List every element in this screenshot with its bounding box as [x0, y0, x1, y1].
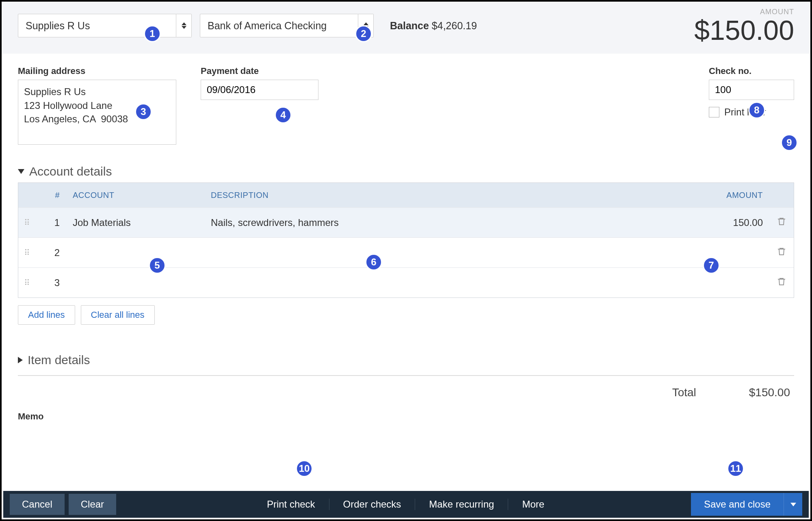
chevron-down-icon: [18, 169, 24, 174]
row-account[interactable]: Job Materials: [67, 217, 205, 228]
col-amount: AMOUNT: [692, 191, 769, 200]
col-account: ACCOUNT: [67, 191, 205, 200]
make-recurring-link[interactable]: Make recurring: [415, 499, 508, 510]
table-row[interactable]: ⠿ 2: [18, 237, 794, 267]
memo-label: Memo: [18, 411, 794, 422]
row-amount[interactable]: 150.00: [692, 217, 769, 228]
annotation-badge: 3: [135, 103, 152, 120]
clear-lines-button[interactable]: Clear all lines: [81, 305, 155, 325]
print-later-checkbox[interactable]: [709, 107, 719, 117]
footer-bar: Cancel Clear Print check Order checks Ma…: [3, 491, 809, 518]
balance-label: Balance: [390, 20, 429, 31]
annotation-badge: 7: [703, 257, 720, 274]
mailing-address-input[interactable]: [18, 80, 176, 145]
annotation-badge: 1: [144, 25, 161, 42]
annotation-badge: 8: [748, 102, 765, 119]
total-value: $150.00: [749, 386, 790, 399]
annotation-badge: 11: [727, 460, 744, 477]
check-no-input[interactable]: [709, 80, 794, 100]
print-check-link[interactable]: Print check: [253, 499, 329, 510]
account-details-table: # ACCOUNT DESCRIPTION AMOUNT ⠿ 1 Job Mat…: [18, 182, 794, 298]
annotation-badge: 2: [355, 25, 372, 42]
delete-row-icon[interactable]: [777, 216, 786, 230]
mailing-address-field: Mailing address: [18, 66, 176, 146]
row-num: 3: [39, 277, 67, 289]
amount-value: $150.00: [694, 16, 794, 44]
annotation-badge: 6: [365, 254, 382, 271]
divider: [18, 375, 794, 376]
balance-display: Balance $4,260.19: [390, 20, 477, 32]
mailing-address-label: Mailing address: [18, 66, 176, 76]
payment-date-field: Payment date: [201, 66, 318, 146]
save-dropdown-button[interactable]: [784, 493, 802, 516]
clear-button[interactable]: Clear: [69, 494, 116, 515]
chevron-right-icon: [18, 357, 23, 363]
col-description: DESCRIPTION: [205, 191, 692, 200]
drag-handle-icon[interactable]: ⠿: [18, 248, 39, 258]
account-details-toggle[interactable]: Account details: [18, 165, 794, 178]
bank-select[interactable]: [200, 14, 374, 37]
order-checks-link[interactable]: Order checks: [329, 499, 416, 510]
account-details-title: Account details: [29, 165, 112, 178]
table-row[interactable]: ⠿ 1 Job Materials Nails, screwdrivers, h…: [18, 207, 794, 237]
cancel-button[interactable]: Cancel: [10, 494, 65, 515]
amount-block: AMOUNT $150.00: [694, 8, 794, 44]
more-link[interactable]: More: [508, 499, 558, 510]
bank-input[interactable]: [200, 14, 358, 37]
table-header: # ACCOUNT DESCRIPTION AMOUNT: [18, 183, 794, 207]
payment-date-label: Payment date: [201, 66, 318, 76]
row-description[interactable]: Nails, screwdrivers, hammers: [205, 217, 692, 228]
delete-row-icon[interactable]: [777, 246, 786, 260]
annotation-badge: 10: [296, 460, 313, 477]
annotation-badge: 5: [149, 257, 166, 274]
check-no-label: Check no.: [709, 66, 794, 76]
payee-select[interactable]: [18, 14, 192, 37]
header-bar: Balance $4,260.19 AMOUNT $150.00: [2, 2, 810, 54]
drag-handle-icon[interactable]: ⠿: [18, 278, 39, 288]
balance-value: $4,260.19: [432, 20, 477, 31]
payee-dropdown-icon[interactable]: [176, 14, 192, 37]
save-and-close-button[interactable]: Save and close: [691, 493, 784, 516]
total-label: Total: [672, 386, 696, 399]
annotation-badge: 4: [275, 106, 292, 124]
annotation-badge: 9: [781, 134, 798, 151]
save-button-group: Save and close: [691, 493, 802, 516]
add-lines-button[interactable]: Add lines: [18, 305, 75, 325]
totals-row: Total $150.00: [18, 386, 794, 399]
item-details-toggle[interactable]: Item details: [18, 353, 794, 367]
table-row[interactable]: ⠿ 3: [18, 267, 794, 297]
row-num: 1: [39, 217, 67, 228]
col-num: #: [39, 191, 67, 200]
drag-handle-icon[interactable]: ⠿: [18, 218, 39, 228]
row-num: 2: [39, 247, 67, 258]
item-details-title: Item details: [28, 353, 90, 367]
payment-date-input[interactable]: [201, 80, 318, 100]
delete-row-icon[interactable]: [777, 276, 786, 290]
